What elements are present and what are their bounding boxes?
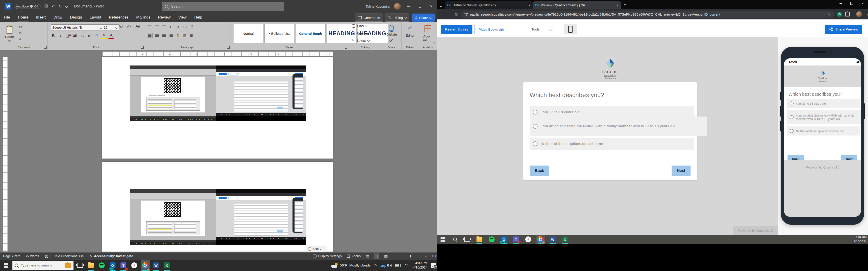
highlight-color-icon[interactable]: ✎ [101,33,107,39]
decrease-indent-icon[interactable]: ⇤ [169,25,173,29]
display-settings[interactable]: 🖵 Display Settings [313,254,342,258]
close-tab-icon[interactable]: × [617,3,619,7]
taskbar-chrome[interactable] [536,235,545,244]
page-indicator[interactable]: Page 2 of 2 [3,254,20,258]
justify-icon[interactable] [169,34,173,37]
tab-draw[interactable]: Draw [50,13,66,22]
powered-by-qualtrics[interactable]: Powered by Qualtrics [733,226,778,235]
close-tab-icon[interactable]: × [528,3,530,7]
tab-help[interactable]: Help [190,13,206,22]
tab-home[interactable]: Home [14,13,32,22]
taskbar-search-icon[interactable] [451,235,460,244]
share-preview-button[interactable]: Share Preview [825,25,862,34]
start-button[interactable] [438,235,447,244]
save-icon[interactable]: 🖫 [44,4,48,8]
tab-layout[interactable]: Layout [86,13,105,22]
user-avatar[interactable] [394,3,401,10]
text-effects-icon[interactable]: 𝔸 [94,34,99,38]
radio-icon[interactable] [533,124,537,129]
paste-options-button[interactable]: (Ctrl) [307,246,327,252]
action-center-icon[interactable]: 22 [431,263,436,268]
radio-icon[interactable] [533,110,537,114]
survey-option-2[interactable]: I am an adult visiting the NMNH with a f… [530,116,707,136]
word-search-box[interactable] [162,2,284,11]
taskbar-spotify[interactable] [97,260,106,271]
survey-option-2[interactable]: I am an adult visiting the NMNH with a f… [787,110,861,124]
zoom-in-icon[interactable]: + [425,254,427,258]
proofing-icon[interactable]: 🕮 [45,254,49,258]
editing-mode-button[interactable]: ✎ Editing [385,13,409,22]
print-layout-icon[interactable]: ▯ [374,253,379,259]
reload-icon[interactable]: ⟳ [455,12,458,17]
align-right-icon[interactable] [162,34,166,37]
multilevel-list-icon[interactable] [162,26,166,28]
mobile-view-toggle[interactable] [564,24,577,34]
place-bookmark-button[interactable]: Place Bookmark [474,25,508,34]
restore-button[interactable] [414,0,426,13]
taskbar-file-explorer[interactable] [86,260,95,271]
grammarly-icon[interactable]: G [837,12,842,17]
clipboard-dialog-launcher-icon[interactable] [44,46,46,49]
autosave-toggle[interactable]: AutoSave Off [15,4,40,9]
font-color-icon[interactable]: A [108,33,114,39]
radio-icon[interactable] [533,141,537,146]
sort-icon[interactable]: A↓Z [182,25,188,29]
line-spacing-icon[interactable]: ⇅ [177,33,180,37]
paragraph-dialog-launcher-icon[interactable] [227,46,230,49]
radio-icon[interactable] [789,129,794,133]
change-case-icon[interactable]: Aa [135,24,140,29]
radio-icon[interactable] [789,101,794,105]
powered-by-qualtrics[interactable]: Powered by Qualtrics [806,166,835,169]
tab-search-icon[interactable] [437,5,445,7]
taskbar-outlook[interactable]: ONEW [499,235,508,244]
strikethrough-button[interactable]: ab [72,34,78,38]
taskbar-teams[interactable]: T [119,260,128,271]
tools-dropdown[interactable]: Tools [531,25,552,34]
chrome-menu-icon[interactable]: ⋮ [865,12,868,17]
tab-references[interactable]: References [105,13,132,22]
borders-icon[interactable]: ⊞ [190,33,193,37]
address-bar[interactable]: pacificresearch.qualtrics.com/jfe/previe… [461,11,834,18]
battery-icon[interactable] [395,264,401,267]
subscript-button[interactable]: x₂ [80,34,85,38]
volume-icon[interactable] [388,264,392,267]
taskbar-file-explorer[interactable] [475,235,484,244]
font-dialog-launcher-icon[interactable] [141,46,144,49]
customize-qat-icon[interactable] [65,5,68,8]
copy-icon[interactable]: ⧉ [19,31,22,35]
find-button[interactable]: Find [352,24,368,28]
comments-button[interactable]: Comments [355,13,383,22]
horizontal-ruler[interactable]: 1 2 3 4 5 6 [102,52,333,57]
tab-insert[interactable]: Insert [32,13,50,22]
styles-dialog-launcher-icon[interactable] [345,46,347,49]
collapse-ribbon-icon[interactable] [433,41,436,44]
weather-widget[interactable]: 56°F Mostly cloudy [331,263,371,268]
tab-design[interactable]: Design [66,13,86,22]
shrink-font-icon[interactable]: A˅ [127,24,131,28]
vertical-ruler[interactable] [3,57,8,251]
addins-button[interactable]: Add-ins [423,25,432,42]
undo-icon[interactable]: ↶ [52,4,55,9]
tab-review[interactable]: Review [154,13,175,22]
clock[interactable]: 4:09 PM 4/16/2024 [413,261,428,270]
select-button[interactable]: ↖Select [352,38,370,42]
italic-button[interactable]: I [58,34,63,38]
taskbar-word[interactable]: W [151,260,160,271]
taskbar-outlook[interactable]: ONEW [108,260,117,271]
task-view-button[interactable] [463,235,472,244]
share-button[interactable]: ↥ Share [412,13,435,22]
text-predictions[interactable]: Text Predictions: On [54,254,84,258]
search-input[interactable] [170,4,281,9]
chrome-tab-distribute[interactable]: XM Distribute Survey | Qualtrics Ex × [445,1,533,9]
taskbar-slack[interactable]: ⌗ [130,260,139,271]
font-size-select[interactable]: 10 [102,24,119,31]
taskbar-word[interactable]: W [548,235,557,244]
survey-option-1[interactable]: I am 13 to 18 years old [787,99,860,108]
editor-button[interactable]: ✍ Editor [405,25,414,37]
task-view-button[interactable] [75,260,85,271]
font-name-select[interactable]: Segoe UI Historic (B [51,24,103,31]
tab-mailings[interactable]: Mailings [132,13,154,22]
tab-file[interactable]: File [0,13,14,22]
back-icon[interactable]: ← [440,12,444,17]
superscript-button[interactable]: x² [87,34,92,38]
